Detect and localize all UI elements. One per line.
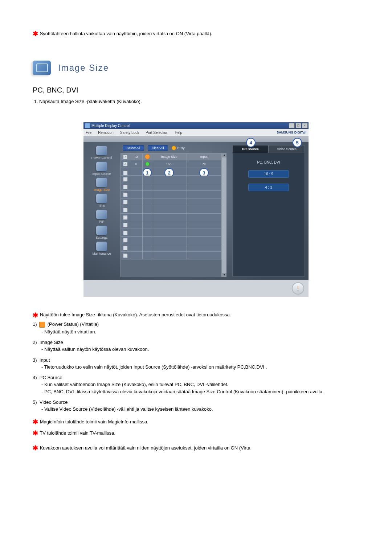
sidebar-item-power-control[interactable]: Power Control: [85, 146, 118, 161]
row-checkbox[interactable]: [123, 223, 128, 227]
item-5-hdr: 5) Video Source: [33, 399, 359, 405]
row-checkbox[interactable]: [123, 177, 128, 182]
menu-file[interactable]: File: [86, 131, 91, 135]
col-input: Input: [187, 153, 222, 160]
row-checkbox[interactable]: [123, 215, 128, 220]
row-checkbox[interactable]: [123, 200, 128, 205]
maximize-button[interactable]: □: [295, 123, 301, 128]
col-power-icon: [145, 154, 150, 159]
row-checkbox[interactable]: [123, 162, 128, 167]
menu-safety-lock[interactable]: Safety Lock: [120, 131, 139, 135]
grid-header: ID Image Size Input: [121, 153, 221, 160]
row-checkbox[interactable]: [123, 230, 128, 235]
table-row[interactable]: [121, 252, 221, 259]
sidebar-item-image-size[interactable]: Image Size: [85, 178, 118, 193]
minimize-button[interactable]: _: [289, 123, 295, 128]
cell-image-size: 16:9: [152, 160, 187, 168]
star-icon: ✱: [33, 417, 38, 427]
sidebar-item-time[interactable]: Time: [85, 194, 118, 209]
steps-list: Napsauta Image Size -pääkuvaketta (Kuvak…: [39, 99, 359, 104]
select-all-button[interactable]: Select All: [123, 145, 144, 151]
sidebar-item-pip[interactable]: PIP: [85, 210, 118, 225]
pc-source-panel: PC, BNC, DVI 16 : 9 4 : 3: [232, 153, 305, 276]
col-id: ID: [130, 153, 143, 160]
item-3-hdr: 3) Input: [33, 357, 359, 363]
header-checkbox[interactable]: [123, 155, 128, 159]
window-title: Multiple Display Control: [91, 124, 130, 128]
ratio-16-9-button[interactable]: 16 : 9: [248, 170, 289, 178]
table-row[interactable]: [121, 237, 221, 244]
note-tv: ✱ TV tulolähde toimii vain TV-mallissa.: [33, 428, 359, 438]
sidebar-label-image-size: Image Size: [85, 188, 118, 192]
image-size-section-icon: [33, 61, 51, 75]
note-last-text: Kuvakoon asetuksen avulla voi määrittää …: [40, 445, 250, 451]
star-icon: ✱: [33, 428, 38, 438]
subheading: PC, BNC, DVI: [33, 86, 359, 94]
star-icon: ✱: [33, 443, 38, 453]
image-size-icon: [96, 178, 107, 187]
sidebar-label-power: Power Control: [85, 156, 118, 160]
menu-remocon[interactable]: Remocon: [98, 131, 114, 135]
item-2-body: - Näyttää valitun näytön käytössä olevan…: [41, 346, 359, 353]
warning-icon: !: [292, 282, 304, 295]
table-row[interactable]: 0 16:9 PC: [121, 160, 221, 168]
intro-note: ✱ Näyttöön tulee Image Size -ikkuna (Kuv…: [33, 311, 359, 319]
table-row[interactable]: [121, 221, 221, 229]
table-row[interactable]: [121, 183, 221, 191]
time-icon: [96, 194, 107, 203]
row-checkbox[interactable]: [123, 192, 128, 197]
display-grid: ID Image Size Input 0 16:9 PC: [121, 153, 222, 277]
scroll-up-icon[interactable]: ▲: [222, 153, 226, 157]
item-4: 4) PC Source - Kun valitset vaihtoehdon …: [33, 375, 359, 395]
sidebar-label-time: Time: [85, 204, 118, 208]
table-row[interactable]: [121, 206, 221, 214]
row-checkbox[interactable]: [123, 246, 128, 250]
star-icon: ✱: [33, 29, 38, 39]
power-control-icon: [96, 146, 107, 155]
table-row[interactable]: [121, 214, 221, 221]
row-checkbox[interactable]: [123, 185, 128, 189]
item-5-body: - Valitse Video Source (Videolähde) -väl…: [41, 406, 359, 413]
sidebar-item-settings[interactable]: Settings: [85, 226, 118, 241]
clear-all-button[interactable]: Clear All: [148, 145, 168, 151]
section-header: Image Size: [33, 61, 359, 75]
busy-label: Busy: [177, 146, 185, 150]
row-checkbox[interactable]: [123, 208, 128, 212]
close-button[interactable]: ×: [302, 123, 308, 128]
grid-scrollbar[interactable]: ▲ ▼: [222, 153, 226, 277]
sidebar: Power Control Input Source Image Size Ti…: [83, 142, 120, 280]
row-checkbox[interactable]: [123, 171, 128, 175]
table-row[interactable]: [121, 191, 221, 198]
callout-4: 4: [246, 138, 256, 147]
sidebar-item-maintenance[interactable]: Maintenance: [85, 242, 118, 257]
pip-icon: [96, 210, 107, 219]
maintenance-icon: [96, 242, 107, 251]
right-panel: 4 5 PC Source Video Source PC, BNC, DVI …: [229, 142, 309, 280]
top-note: ✱ Syöttölähteen hallinta vaikuttaa vain …: [33, 29, 359, 39]
menu-port-selection[interactable]: Port Selection: [146, 131, 168, 135]
power-status-inline-icon: [39, 322, 45, 328]
scroll-down-icon[interactable]: ▼: [222, 273, 226, 277]
row-checkbox[interactable]: [123, 253, 128, 258]
item-4-hdr: 4) PC Source: [33, 375, 359, 380]
callout-5: 5: [293, 138, 302, 147]
sidebar-item-input-source[interactable]: Input Source: [85, 162, 118, 177]
item-3-body: - Tietoruudukko tuo esiin vain näytöt, j…: [41, 364, 359, 371]
ratio-4-3-button[interactable]: 4 : 3: [248, 184, 289, 191]
sidebar-label-input: Input Source: [85, 172, 118, 176]
table-row[interactable]: 1 2 3: [121, 168, 221, 176]
cell-input: PC: [187, 160, 222, 168]
table-row[interactable]: [121, 198, 221, 206]
item-1: 1) (Power Status) (Virtatila) - Näyttää …: [33, 321, 359, 335]
step-1: Napsauta Image Size -pääkuvaketta (Kuvak…: [39, 99, 359, 104]
intro-text: Näyttöön tulee Image Size -ikkuna (Kuvak…: [40, 312, 231, 317]
section-title: Image Size: [58, 63, 109, 73]
table-row[interactable]: [121, 244, 221, 252]
menu-help[interactable]: Help: [175, 131, 182, 135]
table-row[interactable]: [121, 229, 221, 237]
table-row[interactable]: [121, 176, 221, 183]
row-checkbox[interactable]: [123, 238, 128, 243]
star-icon: ✱: [33, 311, 38, 319]
brand-label: SAMSUNG DIGITall: [277, 131, 306, 134]
note-tv-text: TV tulolähde toimii vain TV-mallissa.: [40, 430, 115, 436]
